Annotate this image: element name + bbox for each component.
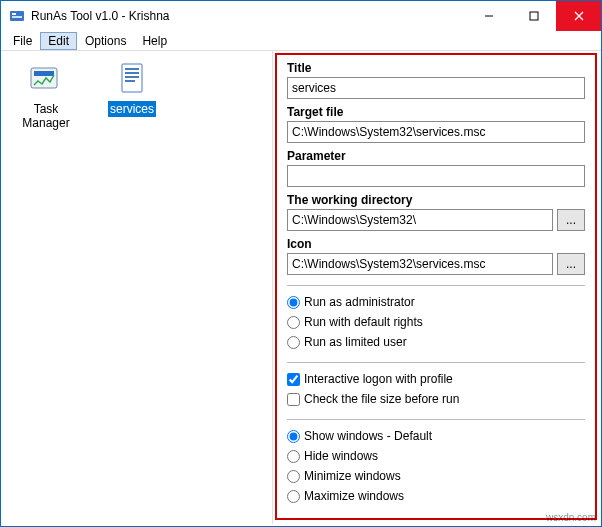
close-button[interactable] bbox=[556, 1, 601, 31]
separator bbox=[287, 285, 585, 286]
menu-edit[interactable]: Edit bbox=[40, 32, 77, 50]
icon-label: Icon bbox=[287, 237, 585, 251]
shortcut-label: services bbox=[108, 101, 156, 117]
radio-run-default[interactable]: Run with default rights bbox=[287, 312, 585, 332]
minimize-button[interactable] bbox=[466, 1, 511, 31]
checkbox-input[interactable] bbox=[287, 373, 300, 386]
radio-label: Hide windows bbox=[304, 449, 378, 463]
radio-label: Maximize windows bbox=[304, 489, 404, 503]
shortcuts-pane: Task Manager services bbox=[1, 51, 273, 524]
shortcut-task-manager[interactable]: Task Manager bbox=[7, 57, 85, 135]
radio-input[interactable] bbox=[287, 430, 300, 443]
watermark: wsxdn.com bbox=[546, 512, 596, 523]
radio-input[interactable] bbox=[287, 470, 300, 483]
check-file-size[interactable]: Check the file size before run bbox=[287, 389, 585, 409]
radio-input[interactable] bbox=[287, 450, 300, 463]
svg-rect-11 bbox=[125, 72, 139, 74]
radio-input[interactable] bbox=[287, 296, 300, 309]
checkbox-label: Interactive logon with profile bbox=[304, 372, 453, 386]
radio-input[interactable] bbox=[287, 490, 300, 503]
checkbox-input[interactable] bbox=[287, 393, 300, 406]
radio-win-maximize[interactable]: Maximize windows bbox=[287, 486, 585, 506]
menubar: File Edit Options Help bbox=[1, 31, 601, 51]
svg-rect-1 bbox=[12, 13, 16, 15]
separator bbox=[287, 362, 585, 363]
taskmgr-icon bbox=[9, 61, 83, 97]
check-interactive-logon[interactable]: Interactive logon with profile bbox=[287, 369, 585, 389]
workdir-input[interactable] bbox=[287, 209, 553, 231]
parameter-input[interactable] bbox=[287, 165, 585, 187]
svg-rect-10 bbox=[125, 68, 139, 70]
icon-input[interactable] bbox=[287, 253, 553, 275]
radio-input[interactable] bbox=[287, 336, 300, 349]
svg-rect-4 bbox=[530, 12, 538, 20]
target-file-input[interactable] bbox=[287, 121, 585, 143]
menu-help[interactable]: Help bbox=[134, 32, 175, 50]
shortcut-label: Task Manager bbox=[9, 101, 83, 131]
svg-rect-8 bbox=[34, 71, 54, 76]
title-input[interactable] bbox=[287, 77, 585, 99]
checkbox-label: Check the file size before run bbox=[304, 392, 459, 406]
radio-input[interactable] bbox=[287, 316, 300, 329]
titlebar: RunAs Tool v1.0 - Krishna bbox=[1, 1, 601, 31]
radio-win-hide[interactable]: Hide windows bbox=[287, 446, 585, 466]
separator bbox=[287, 419, 585, 420]
menu-options[interactable]: Options bbox=[77, 32, 134, 50]
radio-label: Minimize windows bbox=[304, 469, 401, 483]
radio-run-limited[interactable]: Run as limited user bbox=[287, 332, 585, 352]
radio-win-minimize[interactable]: Minimize windows bbox=[287, 466, 585, 486]
svg-rect-2 bbox=[12, 16, 22, 18]
radio-label: Run as limited user bbox=[304, 335, 407, 349]
menu-file[interactable]: File bbox=[5, 32, 40, 50]
radio-label: Run as administrator bbox=[304, 295, 415, 309]
app-icon bbox=[9, 8, 25, 24]
title-label: Title bbox=[287, 61, 585, 75]
radio-label: Run with default rights bbox=[304, 315, 423, 329]
radio-run-admin[interactable]: Run as administrator bbox=[287, 292, 585, 312]
svg-rect-12 bbox=[125, 76, 139, 78]
svg-rect-13 bbox=[125, 80, 135, 82]
document-icon bbox=[95, 61, 169, 97]
radio-win-show[interactable]: Show windows - Default bbox=[287, 426, 585, 446]
icon-browse-button[interactable]: ... bbox=[557, 253, 585, 275]
shortcut-services[interactable]: services bbox=[93, 57, 171, 121]
parameter-label: Parameter bbox=[287, 149, 585, 163]
maximize-button[interactable] bbox=[511, 1, 556, 31]
window-title: RunAs Tool v1.0 - Krishna bbox=[31, 9, 466, 23]
workdir-browse-button[interactable]: ... bbox=[557, 209, 585, 231]
target-label: Target file bbox=[287, 105, 585, 119]
radio-label: Show windows - Default bbox=[304, 429, 432, 443]
properties-pane: Title Target file Parameter The working … bbox=[275, 53, 597, 520]
workdir-label: The working directory bbox=[287, 193, 585, 207]
